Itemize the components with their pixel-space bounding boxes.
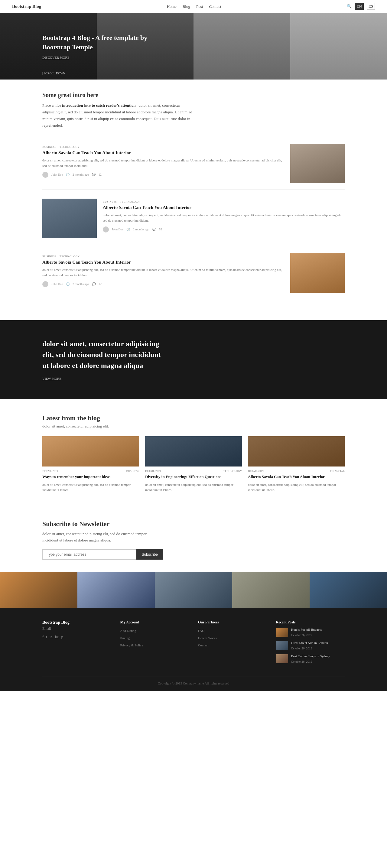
footer-email: Email xyxy=(42,626,111,631)
latest-card-category-1: BUSINESS xyxy=(126,469,139,472)
email-input[interactable] xyxy=(42,549,136,560)
post-time-icon-3: 🕐 xyxy=(66,282,69,286)
footer-bottom: Copyright © 2019 Company name All rights… xyxy=(42,677,345,685)
photo-strip-2 xyxy=(78,572,155,608)
navbar-brand[interactable]: Bootstrap Blog xyxy=(12,4,41,9)
author-avatar-1 xyxy=(42,172,49,178)
footer-link-privacy[interactable]: Privacy & Policy xyxy=(120,643,143,647)
footer-link-add-listing[interactable]: Add Listing xyxy=(120,629,136,632)
intro-text-bold: introduction xyxy=(62,103,83,107)
author-name-3: John Doe xyxy=(51,282,63,286)
latest-card-date-2: DETAIL 2019 xyxy=(145,469,161,472)
view-more-link[interactable]: VIEW MORE xyxy=(42,377,61,380)
footer-social: f t in be p xyxy=(42,634,111,640)
footer-recent-title-3[interactable]: Best Coffee Shops in Sydney xyxy=(291,654,330,658)
footer-recent-date-1: October 26, 2019 xyxy=(291,633,312,637)
hero-panel-3 xyxy=(194,13,290,80)
intro-text-middle: here xyxy=(84,103,92,107)
subscribe-form: Subscribe xyxy=(42,549,163,560)
post-tags-2: BUSINESS TECHNOLOGY xyxy=(103,200,345,203)
post-card-3: BUSINESS TECHNOLOGY Alberto Savoia Can T… xyxy=(42,253,345,299)
post-tag1-2: BUSINESS xyxy=(103,200,117,203)
post-card-1: BUSINESS TECHNOLOGY Alberto Savoia Can T… xyxy=(42,144,345,190)
nav-post[interactable]: Post xyxy=(196,4,203,9)
nav-contact[interactable]: Contact xyxy=(209,4,221,9)
latest-card-title-1[interactable]: Ways to remember your important ideas xyxy=(42,474,139,479)
footer-recent-text-2: Great Street Airs in London October 26, … xyxy=(291,641,328,651)
scroll-down-label: SCROLL DOWN xyxy=(42,72,65,75)
post-card-body-3: BUSINESS TECHNOLOGY Alberto Savoia Can T… xyxy=(42,253,284,288)
footer-recent-text-1: Hotels For All Budgets October 26, 2019 xyxy=(291,628,322,637)
post-image-3 xyxy=(290,253,345,293)
navbar: Bootstrap Blog Home Blog Post Contact 🔍 … xyxy=(0,0,387,13)
copyright-text: Copyright © 2019 Company name All rights… xyxy=(158,681,230,685)
intro-heading: Some great intro here xyxy=(42,92,345,99)
lang-es-button[interactable]: ES xyxy=(367,3,375,10)
photo-strip-1 xyxy=(0,572,78,608)
discover-more-link[interactable]: DISCOVER MORE xyxy=(42,56,148,59)
footer-recent-title-2[interactable]: Great Street Airs in London xyxy=(291,641,328,645)
footer-recent-title-1[interactable]: Hotels For All Budgets xyxy=(291,628,322,631)
footer-link-contact[interactable]: Contact xyxy=(198,643,208,647)
latest-card-img-1 xyxy=(42,436,139,466)
latest-card-excerpt-2: dolor sit amet, consectetur adipisicing … xyxy=(145,482,242,493)
latest-card-title-2[interactable]: Diversity in Engineering: Effect on Ques… xyxy=(145,474,242,479)
social-twitter-icon[interactable]: t xyxy=(46,634,47,640)
lang-en-button[interactable]: EN xyxy=(355,3,363,10)
subscribe-heading: Subscribe to Newsletter xyxy=(42,520,345,528)
footer-link-pricing[interactable]: Pricing xyxy=(120,636,130,640)
post-time-icon-1: 🕐 xyxy=(66,173,69,176)
latest-section: Latest from the blog dolor sit amet, con… xyxy=(0,399,387,507)
author-name-2: John Doe xyxy=(112,228,123,231)
latest-grid: DETAIL 2019 BUSINESS Ways to remember yo… xyxy=(42,436,345,493)
latest-card-category-3: FINANCIAL xyxy=(330,469,345,472)
post-image-1 xyxy=(290,144,345,183)
post-tags-3: BUSINESS TECHNOLOGY xyxy=(42,255,284,258)
latest-card-excerpt-3: dolor sit amet, consectetur adipisicing … xyxy=(248,482,345,493)
nav-blog[interactable]: Blog xyxy=(183,4,190,9)
intro-text: Place a nice introduction here to catch … xyxy=(42,102,194,129)
post-comments-icon-1: 💬 xyxy=(92,173,95,176)
latest-card-category-2: TECHNOLOGY xyxy=(224,469,242,472)
footer-link-how-it-works[interactable]: How It Works xyxy=(198,636,217,640)
post-title-3[interactable]: Alberto Savoia Can Teach You About Inter… xyxy=(42,260,284,265)
subscribe-section: Subscribe to Newsletter dolor sit amet, … xyxy=(0,508,387,572)
latest-card-excerpt-1: dolor sit amet, consectetur adipisicing … xyxy=(42,482,139,493)
social-facebook-icon[interactable]: f xyxy=(42,634,43,640)
footer-recent-thumb-1 xyxy=(276,628,288,637)
footer-col-partners: Our Partners FAQ How It Works Contact xyxy=(198,620,267,668)
post-time-3: 2 months ago xyxy=(72,282,89,286)
post-comments-icon-3: 💬 xyxy=(92,282,95,286)
search-icon[interactable]: 🔍 xyxy=(347,4,352,9)
nav-home[interactable]: Home xyxy=(167,4,177,9)
post-tag2-3: TECHNOLOGY xyxy=(60,255,80,258)
social-instagram-icon[interactable]: in xyxy=(50,634,53,640)
latest-card-title-3[interactable]: Alberto Savoia Can Teach You About Inter… xyxy=(248,474,345,479)
footer-col2-title: My Account xyxy=(120,620,189,625)
footer-link-faq[interactable]: FAQ xyxy=(198,629,204,632)
hero-title: Bootstrap 4 Blog - A free template by Bo… xyxy=(42,33,148,52)
latest-card-1: DETAIL 2019 BUSINESS Ways to remember yo… xyxy=(42,436,139,493)
author-avatar-2 xyxy=(103,226,109,232)
footer-recent-text-3: Best Coffee Shops in Sydney October 26, … xyxy=(291,654,330,664)
post-tag2-1: TECHNOLOGY xyxy=(60,146,80,149)
post-time-1: 2 months ago xyxy=(72,173,89,176)
social-pinterest-icon[interactable]: p xyxy=(61,634,63,640)
subscribe-button[interactable]: Subscribe xyxy=(136,549,163,560)
navbar-links: Home Blog Post Contact xyxy=(167,4,221,9)
post-image-2 xyxy=(42,198,97,238)
footer-recent-date-2: October 26, 2019 xyxy=(291,647,312,650)
footer-col4-title: Recent Posts xyxy=(276,620,345,625)
post-meta-3: John Doe 🕐 2 months ago 💬 12 xyxy=(42,281,284,287)
post-comments-icon-2: 💬 xyxy=(152,228,156,231)
post-title-1[interactable]: Alberto Savoia Can Teach You About Inter… xyxy=(42,150,284,155)
latest-card-tags-1: DETAIL 2019 BUSINESS xyxy=(42,469,139,472)
footer-col3-title: Our Partners xyxy=(198,620,267,625)
social-behance-icon[interactable]: be xyxy=(55,634,59,640)
hero-section: Bootstrap 4 Blog - A free template by Bo… xyxy=(0,13,387,80)
latest-subtitle: dolor sit amet, consectetur adipisicing … xyxy=(42,424,345,429)
post-title-2[interactable]: Alberto Savoia Can Teach You About Inter… xyxy=(103,205,345,210)
post-time-icon-2: 🕐 xyxy=(126,228,130,231)
footer-recent-3: Best Coffee Shops in Sydney October 26, … xyxy=(276,654,345,664)
post-tags-1: BUSINESS TECHNOLOGY xyxy=(42,146,284,149)
